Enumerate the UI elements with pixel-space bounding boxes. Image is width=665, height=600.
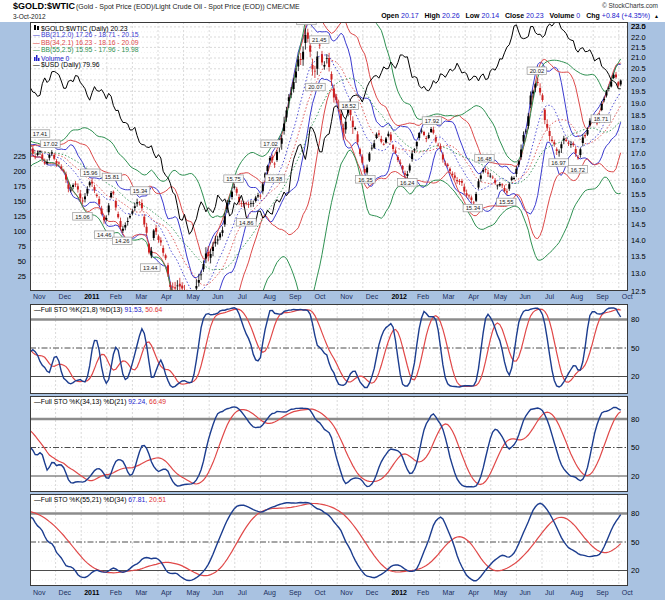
price-axis-14.0: 14.0 (631, 237, 646, 244)
chart-header: $GOLD:$WTIC (Gold - Spot Price (EOD)/Lig… (0, 0, 665, 22)
svg-text:17.92: 17.92 (425, 118, 440, 124)
volume-axis-100: 100 (2, 228, 26, 235)
volume-axis-25: 25 (2, 273, 26, 280)
price-axis-14.5: 14.5 (631, 221, 646, 228)
stoch-panel-2 (30, 396, 628, 492)
month-bottom-18-May: May (494, 589, 507, 597)
legend-bb34: —BB(34,2.1) 16.23 - 18.16 - 20.09 (33, 39, 139, 46)
price-axis-17.5: 17.5 (631, 137, 646, 144)
month-bottom-6-May: May (187, 589, 200, 597)
month-top-1-Dec: Dec (59, 293, 71, 301)
stoch1-axis-50: 50 (631, 345, 639, 352)
month-bottom-12-Nov: Nov (340, 589, 352, 597)
chg-value: +0.84 (+4.35%) (602, 12, 650, 19)
month-top-4-Mar: Mar (135, 293, 147, 301)
month-top-7-Jun: Jun (212, 293, 223, 301)
svg-text:14.86: 14.86 (239, 220, 254, 226)
price-axis-16.0: 16.0 (631, 177, 646, 184)
svg-text:17.41: 17.41 (33, 131, 48, 137)
month-bottom-13-Dec: Dec (366, 589, 378, 597)
price-axis-13.5: 13.5 (631, 253, 646, 260)
price-axis-20.5: 20.5 (631, 65, 646, 72)
month-top-18-May: May (494, 293, 507, 301)
month-top-22-Sep: Sep (596, 293, 608, 301)
stoch1-axis-80: 80 (631, 316, 639, 323)
svg-text:14.26: 14.26 (115, 238, 130, 244)
svg-text:13.44: 13.44 (143, 265, 158, 271)
svg-text:14.46: 14.46 (97, 232, 112, 238)
volume-axis-200: 200 (2, 168, 26, 175)
volume-axis-50: 50 (2, 258, 26, 265)
stoch-panel-3 (30, 494, 628, 586)
month-bottom-21-Aug: Aug (571, 589, 583, 597)
svg-text:16.72: 16.72 (571, 167, 586, 173)
legend-bb21: —BB(21,2.0) 17.26 - 18.71 - 20.15 (33, 31, 139, 38)
svg-text:16.24: 16.24 (400, 180, 415, 186)
open-value: 20.17 (401, 12, 419, 19)
month-bottom-17-Apr: Apr (468, 589, 479, 597)
legend-usd: —$USD (Daily) 79.96 (33, 61, 100, 68)
svg-text:16.97: 16.97 (551, 160, 566, 166)
month-top-9-Aug: Aug (263, 293, 275, 301)
month-bottom-16-Mar: Mar (443, 589, 455, 597)
symbol-description: (Gold - Spot Price (EOD)/Light Crude Oil… (76, 3, 300, 10)
price-axis-19.5: 19.5 (631, 88, 646, 95)
month-top-14-2012: 2012 (391, 293, 407, 301)
month-top-11-Oct: Oct (315, 293, 326, 301)
stoch2-legend: —Full STO %K(34,13) %D(21) 92.24, 66.49 (34, 398, 166, 405)
svg-text:17.02: 17.02 (43, 141, 58, 147)
month-top-6-May: May (187, 293, 200, 301)
svg-text:18.71: 18.71 (594, 116, 609, 122)
close-label: Close (505, 12, 524, 19)
month-bottom-11-Oct: Oct (315, 589, 326, 597)
stoch-panel-1 (30, 304, 628, 394)
month-bottom-15-Feb: Feb (417, 589, 429, 597)
volume-axis-175: 175 (2, 183, 26, 190)
month-bottom-4-Mar: Mar (135, 589, 147, 597)
month-top-17-Apr: Apr (468, 293, 479, 301)
svg-text:15.75: 15.75 (226, 176, 241, 182)
price-axis-17.0: 17.0 (631, 150, 646, 157)
chg-label: Chg (586, 12, 600, 19)
price-axis-15.5: 15.5 (631, 191, 646, 198)
price-axis-18.0: 18.0 (631, 124, 646, 131)
volume-value: 0 (576, 12, 580, 19)
volume-axis-125: 125 (2, 213, 26, 220)
svg-text:15.55: 15.55 (499, 199, 514, 205)
month-top-5-Apr: Apr (161, 293, 172, 301)
month-bottom-7-Jun: Jun (212, 589, 223, 597)
svg-text:15.96: 15.96 (83, 170, 98, 176)
svg-text:21.45: 21.45 (312, 37, 327, 43)
svg-text:15.34: 15.34 (466, 205, 481, 211)
stoch1-legend: —Full STO %K(21,8) %D(13) 91.53, 50.64 (34, 306, 162, 313)
month-top-16-Mar: Mar (443, 293, 455, 301)
month-top-12-Nov: Nov (340, 293, 352, 301)
month-top-21-Aug: Aug (571, 293, 583, 301)
month-bottom-10-Sep: Sep (289, 589, 301, 597)
svg-text:16.38: 16.38 (268, 176, 283, 182)
month-top-8-Jul: Jul (238, 293, 247, 301)
close-value: 20.23 (526, 12, 544, 19)
svg-text:15.34: 15.34 (133, 188, 148, 194)
low-value: 20.14 (482, 12, 500, 19)
svg-text:16.48: 16.48 (477, 156, 492, 162)
stoch1-axis-20: 20 (631, 373, 639, 380)
month-bottom-19-Jun: Jun (519, 589, 530, 597)
month-top-2-2011: 2011 (84, 293, 99, 301)
price-axis-19.0: 19.0 (631, 100, 646, 107)
month-bottom-20-Jul: Jul (545, 589, 554, 597)
up-arrow-icon: ▲ (654, 13, 659, 19)
month-top-10-Sep: Sep (289, 293, 301, 301)
month-bottom-8-Jul: Jul (238, 589, 247, 597)
month-bottom-5-Apr: Apr (161, 589, 172, 597)
low-label: Low (466, 12, 480, 19)
price-axis-12.5: 12.5 (631, 288, 646, 295)
month-top-15-Feb: Feb (417, 293, 429, 301)
price-axis-21.0: 21.0 (631, 54, 646, 61)
volume-label: Volume (550, 12, 575, 19)
price-axis-13.0: 13.0 (631, 270, 646, 277)
volume-axis-75: 75 (2, 243, 26, 250)
month-top-20-Jul: Jul (545, 293, 554, 301)
copyright: © StockCharts.com (602, 2, 658, 9)
stoch3-axis-20: 20 (631, 567, 639, 574)
